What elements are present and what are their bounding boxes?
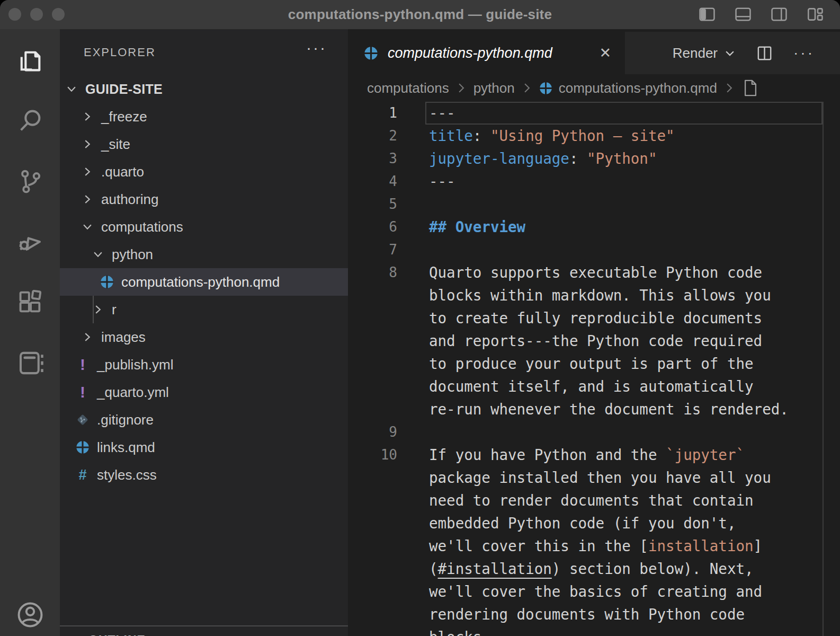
code-line-row[interactable]: document itself, and is automatically xyxy=(348,375,840,398)
yml-file-icon: ! xyxy=(76,385,90,399)
tab-computations-python[interactable]: computations-python.qmd ✕ xyxy=(348,32,625,74)
line-number: 5 xyxy=(348,193,397,216)
code-token-text: we'll cover the basics of creating and xyxy=(429,583,762,600)
breadcrumbs: computations python computations-python.… xyxy=(348,74,840,102)
code-token-pun: : xyxy=(569,150,587,167)
code-line-row[interactable]: 9 xyxy=(348,421,840,444)
render-button[interactable]: Render xyxy=(673,45,736,61)
breadcrumb-folder[interactable]: computations xyxy=(367,80,449,96)
code-token-meta: --- xyxy=(429,104,455,121)
code-line-row[interactable]: blocks. xyxy=(348,626,840,636)
run-and-debug-icon[interactable] xyxy=(0,215,60,268)
code-token-str: "Using Python – site" xyxy=(490,127,675,144)
tree-file-_publish.yml[interactable]: !_publish.yml xyxy=(60,351,348,378)
code-line-row[interactable]: 7 xyxy=(348,238,840,261)
code-line-row[interactable]: 6## Overview xyxy=(348,216,840,238)
code-line-content: (#installation) section below). Next, xyxy=(425,558,823,580)
tree-folder-_freeze[interactable]: _freeze xyxy=(60,103,348,130)
tree-folder-images[interactable]: images xyxy=(60,323,348,351)
code-line-row[interactable]: and reports---the Python code required xyxy=(348,330,840,352)
notebook-icon[interactable] xyxy=(0,337,60,390)
tree-folder-r[interactable]: r xyxy=(60,296,348,323)
chevron-down-icon xyxy=(81,220,94,233)
outline-label: OUTLINE xyxy=(88,633,146,636)
line-number xyxy=(348,512,397,535)
vscode-window: computations-python.qmd — guide-site xyxy=(0,0,840,636)
code-line-content: document itself, and is automatically xyxy=(425,375,823,398)
tree-item-label: python xyxy=(112,246,153,263)
code-line-row[interactable]: 5 xyxy=(348,193,840,216)
toggle-secondary-sidebar-icon[interactable] xyxy=(769,4,789,24)
code-line-content: re-run whenever the document is rendered… xyxy=(425,398,823,421)
source-control-icon[interactable] xyxy=(0,155,60,208)
tree-folder-python[interactable]: python xyxy=(60,241,348,268)
code-line-row[interactable]: to produce your output is part of the xyxy=(348,352,840,375)
render-label: Render xyxy=(673,45,718,61)
breadcrumb-file[interactable]: computations-python.qmd xyxy=(559,80,717,96)
code-line-row[interactable]: blocks within markdown. This allows you xyxy=(348,284,840,307)
tree-file-links.qmd[interactable]: links.qmd xyxy=(60,434,348,461)
code-area[interactable]: 1---2title: "Using Python – site"3jupyte… xyxy=(348,102,840,636)
code-line-row[interactable]: (#installation) section below). Next, xyxy=(348,558,840,580)
line-number: 2 xyxy=(348,125,397,147)
code-token-text: ) section below). Next, xyxy=(552,560,754,577)
code-line-row[interactable]: to create fully reproducible documents xyxy=(348,307,840,330)
tree-folder-_site[interactable]: _site xyxy=(60,130,348,158)
tree-item-label: _publish.yml xyxy=(97,357,174,373)
tree-file-_quarto.yml[interactable]: !_quarto.yml xyxy=(60,378,348,406)
line-number xyxy=(348,284,397,307)
code-line-row[interactable]: 3jupyter-language: "Python" xyxy=(348,147,840,170)
toggle-panel-icon[interactable] xyxy=(733,4,753,24)
title-bar: computations-python.qmd — guide-site xyxy=(0,0,840,29)
chevron-right-icon xyxy=(92,303,104,316)
code-line-row[interactable]: re-run whenever the document is rendered… xyxy=(348,398,840,421)
code-line-row[interactable]: 2title: "Using Python – site" xyxy=(348,125,840,147)
code-line-row[interactable]: package installed then you have all you xyxy=(348,466,840,489)
split-editor-icon[interactable] xyxy=(756,45,773,62)
tab-label: computations-python.qmd xyxy=(388,45,594,61)
code-token-text: to create fully reproducible documents xyxy=(429,310,762,326)
tab-close-icon[interactable]: ✕ xyxy=(599,45,611,61)
code-line-content: blocks within markdown. This allows you xyxy=(425,284,823,307)
search-icon[interactable] xyxy=(0,94,60,147)
overview-ruler-border xyxy=(823,102,824,636)
line-number xyxy=(348,398,397,421)
code-line-row[interactable]: 4--- xyxy=(348,170,840,193)
code-line-row[interactable]: embedded Python code (if you don't, xyxy=(348,512,840,535)
tree-item-label: authoring xyxy=(101,191,158,208)
tree-item-label: images xyxy=(101,329,146,346)
code-line-row[interactable]: 8Quarto supports executable Python code xyxy=(348,261,840,284)
line-number xyxy=(348,558,397,580)
chevron-right-icon xyxy=(81,110,94,123)
tree-folder-authoring[interactable]: authoring xyxy=(60,186,348,213)
customize-layout-icon[interactable] xyxy=(805,4,825,24)
tab-strip: computations-python.qmd ✕ Render ··· xyxy=(348,32,840,74)
code-line-row[interactable]: we'll cover the basics of creating and xyxy=(348,580,840,603)
code-token-head: ## Overview xyxy=(429,218,525,235)
account-icon[interactable] xyxy=(0,588,60,636)
more-actions-icon[interactable]: ··· xyxy=(793,45,815,61)
tree-file-.gitignore[interactable]: .gitignore xyxy=(60,406,348,434)
sidebar-more-actions[interactable]: ··· xyxy=(306,39,327,57)
tree-file-GUIDE-SITE[interactable]: GUIDE-SITE xyxy=(60,75,348,103)
code-line-row[interactable]: need to render documents that contain xyxy=(348,489,840,512)
tree-file-styles.css[interactable]: #styles.css xyxy=(60,461,348,489)
breadcrumb-folder[interactable]: python xyxy=(473,80,515,96)
code-line-row[interactable]: rendering documents with Python code xyxy=(348,603,840,626)
code-line-row[interactable]: 1--- xyxy=(348,102,840,125)
code-line-content: Quarto supports executable Python code xyxy=(425,261,823,284)
chevron-down-icon xyxy=(92,248,104,261)
qmd-file-icon xyxy=(100,275,114,289)
code-line-row[interactable]: 10If you have Python and the `jupyter` xyxy=(348,444,840,466)
tree-folder-computations[interactable]: computations xyxy=(60,213,348,241)
outline-header[interactable]: OUTLINE xyxy=(60,626,348,636)
code-token-pun: : xyxy=(473,127,490,144)
toggle-primary-sidebar-icon[interactable] xyxy=(697,4,717,24)
chevron-right-icon xyxy=(81,193,94,206)
tree-folder-.quarto[interactable]: .quarto xyxy=(60,158,348,186)
explorer-icon[interactable] xyxy=(0,34,60,87)
code-line-row[interactable]: we'll cover this in the [installation] xyxy=(348,535,840,558)
extensions-icon[interactable] xyxy=(0,276,60,329)
tree-file-computations-python.qmd[interactable]: computations-python.qmd xyxy=(60,268,348,296)
line-number: 4 xyxy=(348,170,397,193)
